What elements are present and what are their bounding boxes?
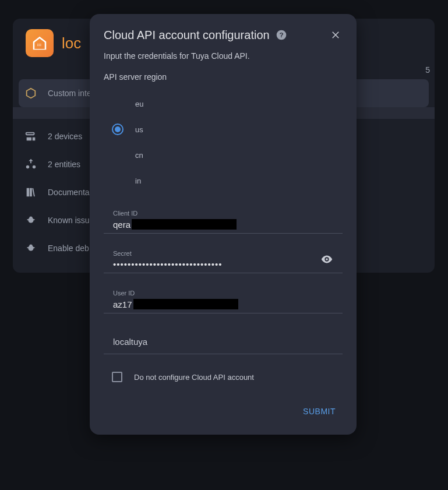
menu-label: Enable deb (48, 244, 89, 253)
region-section-label: API server region (104, 72, 343, 82)
dialog-actions: SUBMIT (104, 402, 343, 421)
docs-icon (24, 186, 37, 199)
field-value: •••••••••••••••••••••••••••••• (113, 259, 223, 269)
field-value: localtuya (113, 337, 147, 347)
user-id-field[interactable]: User ID az17 (104, 287, 343, 313)
radio-label: cn (135, 151, 143, 160)
field-value: qera (113, 220, 130, 230)
region-radio-group: eu us cn in (104, 91, 343, 193)
config-dialog: Cloud API account configuration ? Input … (90, 14, 357, 435)
entities-icon (24, 158, 37, 171)
radio-icon (112, 149, 124, 161)
field-label: User ID (113, 290, 333, 297)
radio-icon (112, 124, 124, 135)
region-option-eu[interactable]: eu (104, 91, 343, 117)
field-label: Secret (113, 250, 333, 257)
field-value: az17 (113, 299, 132, 309)
field-label: Client ID (113, 210, 333, 217)
region-option-us[interactable]: us (104, 117, 343, 142)
client-id-field[interactable]: Client ID qera (104, 207, 343, 234)
radio-icon (112, 175, 124, 186)
region-option-in[interactable]: in (104, 168, 343, 193)
radio-icon (112, 98, 124, 110)
integration-logo-icon (26, 29, 54, 57)
menu-label: Custom inte (48, 89, 91, 98)
radio-label: eu (135, 100, 143, 108)
redaction-block (133, 299, 238, 309)
menu-label: 2 entities (48, 160, 80, 169)
help-icon[interactable]: ? (276, 29, 287, 41)
menu-label: 2 devices (48, 132, 82, 141)
secret-field[interactable]: Secret •••••••••••••••••••••••••••••• (104, 248, 343, 273)
bug-icon (24, 242, 37, 255)
devices-icon (24, 130, 37, 143)
submit-button[interactable]: SUBMIT (296, 402, 343, 421)
checkbox-label: Do not configure Cloud API account (134, 373, 254, 382)
close-icon[interactable] (329, 28, 343, 42)
dialog-description: Input the credentials for Tuya Cloud API… (104, 51, 343, 61)
dialog-title: Cloud API account configuration (104, 29, 270, 42)
eye-icon[interactable] (320, 253, 333, 268)
svg-text:?: ? (279, 31, 283, 38)
radio-label: in (135, 177, 141, 185)
plain-field[interactable]: localtuya (104, 327, 343, 354)
checkbox-icon (112, 372, 122, 382)
radio-label: us (135, 125, 143, 134)
dialog-header: Cloud API account configuration ? (104, 28, 343, 42)
region-option-cn[interactable]: cn (104, 142, 343, 168)
bug-icon (24, 214, 37, 227)
redaction-block (132, 219, 237, 230)
menu-label: Known issu (48, 216, 90, 225)
panel-title: loc (62, 34, 81, 52)
skip-config-checkbox[interactable]: Do not configure Cloud API account (104, 368, 343, 386)
menu-label: Documenta (48, 188, 90, 197)
cube-icon (24, 87, 37, 100)
